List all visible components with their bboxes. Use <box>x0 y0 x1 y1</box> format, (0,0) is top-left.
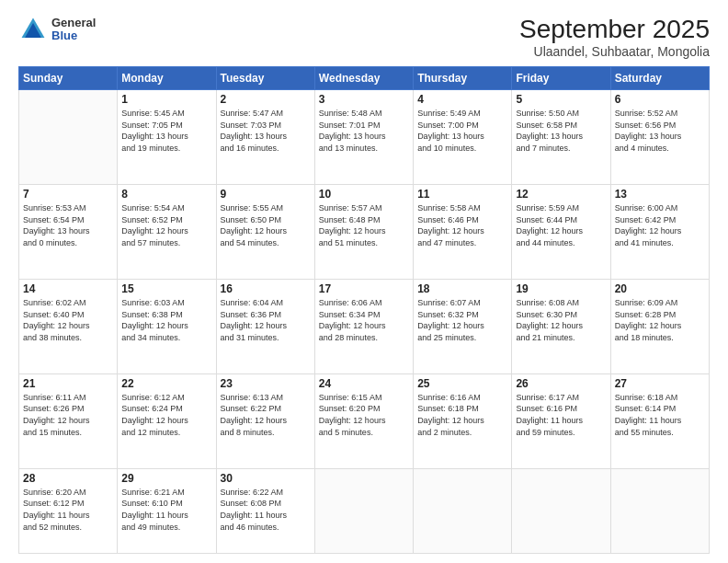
day-number: 9 <box>221 188 311 201</box>
day-number: 29 <box>121 472 211 485</box>
calendar-cell: 10Sunrise: 5:57 AMSunset: 6:48 PMDayligh… <box>314 184 413 279</box>
calendar-cell: 23Sunrise: 6:13 AMSunset: 6:22 PMDayligh… <box>216 373 314 468</box>
day-info: Sunrise: 5:54 AMSunset: 6:52 PMDaylight:… <box>121 202 211 248</box>
title-block: September 2025 Ulaandel, Suhbaatar, Mong… <box>519 15 710 59</box>
calendar-cell: 12Sunrise: 5:59 AMSunset: 6:44 PMDayligh… <box>512 184 610 279</box>
calendar-cell: 28Sunrise: 6:20 AMSunset: 6:12 PMDayligh… <box>19 468 118 553</box>
calendar-cell: 19Sunrise: 6:08 AMSunset: 6:30 PMDayligh… <box>512 279 610 373</box>
calendar-week-row: 1Sunrise: 5:45 AMSunset: 7:05 PMDaylight… <box>19 90 710 185</box>
page-title: September 2025 <box>519 15 710 44</box>
calendar-header-wednesday: Wednesday <box>314 67 413 90</box>
calendar-cell: 1Sunrise: 5:45 AMSunset: 7:05 PMDaylight… <box>118 90 216 185</box>
day-number: 14 <box>23 282 113 295</box>
calendar-cell: 30Sunrise: 6:22 AMSunset: 6:08 PMDayligh… <box>216 468 314 553</box>
day-number: 23 <box>221 377 311 390</box>
day-number: 16 <box>221 282 311 295</box>
day-number: 2 <box>221 93 311 106</box>
day-info: Sunrise: 5:53 AMSunset: 6:54 PMDaylight:… <box>23 202 113 248</box>
day-number: 20 <box>615 282 705 295</box>
calendar-cell: 18Sunrise: 6:07 AMSunset: 6:32 PMDayligh… <box>414 279 512 373</box>
calendar-cell: 25Sunrise: 6:16 AMSunset: 6:18 PMDayligh… <box>414 373 512 468</box>
day-info: Sunrise: 6:15 AMSunset: 6:20 PMDaylight:… <box>319 392 409 438</box>
calendar-cell <box>19 90 118 185</box>
calendar-table: SundayMondayTuesdayWednesdayThursdayFrid… <box>18 66 710 554</box>
calendar-week-row: 21Sunrise: 6:11 AMSunset: 6:26 PMDayligh… <box>19 373 710 468</box>
day-number: 28 <box>23 472 113 485</box>
calendar-cell: 29Sunrise: 6:21 AMSunset: 6:10 PMDayligh… <box>118 468 216 553</box>
calendar-week-row: 14Sunrise: 6:02 AMSunset: 6:40 PMDayligh… <box>19 279 710 373</box>
calendar-week-row: 7Sunrise: 5:53 AMSunset: 6:54 PMDaylight… <box>19 184 710 279</box>
day-number: 12 <box>516 188 606 201</box>
calendar-cell: 13Sunrise: 6:00 AMSunset: 6:42 PMDayligh… <box>610 184 709 279</box>
calendar-header-sunday: Sunday <box>19 67 118 90</box>
day-number: 21 <box>23 377 113 390</box>
day-info: Sunrise: 6:09 AMSunset: 6:28 PMDaylight:… <box>615 297 705 343</box>
calendar-cell: 27Sunrise: 6:18 AMSunset: 6:14 PMDayligh… <box>610 373 709 468</box>
header: General Blue September 2025 Ulaandel, Su… <box>18 15 710 59</box>
calendar-cell: 20Sunrise: 6:09 AMSunset: 6:28 PMDayligh… <box>610 279 709 373</box>
logo-icon <box>18 15 48 44</box>
calendar-cell: 5Sunrise: 5:50 AMSunset: 6:58 PMDaylight… <box>512 90 610 185</box>
day-info: Sunrise: 5:55 AMSunset: 6:50 PMDaylight:… <box>221 202 311 248</box>
day-info: Sunrise: 5:45 AMSunset: 7:05 PMDaylight:… <box>121 108 211 154</box>
calendar-cell: 21Sunrise: 6:11 AMSunset: 6:26 PMDayligh… <box>19 373 118 468</box>
calendar-cell: 3Sunrise: 5:48 AMSunset: 7:01 PMDaylight… <box>314 90 413 185</box>
day-info: Sunrise: 6:12 AMSunset: 6:24 PMDaylight:… <box>121 392 211 438</box>
calendar-header-row: SundayMondayTuesdayWednesdayThursdayFrid… <box>19 67 710 90</box>
day-number: 7 <box>23 188 113 201</box>
day-number: 8 <box>121 188 211 201</box>
calendar-cell <box>512 468 610 553</box>
day-info: Sunrise: 5:50 AMSunset: 6:58 PMDaylight:… <box>516 108 606 154</box>
day-number: 26 <box>516 377 606 390</box>
calendar-header-tuesday: Tuesday <box>216 67 314 90</box>
calendar-header-monday: Monday <box>118 67 216 90</box>
calendar-cell: 17Sunrise: 6:06 AMSunset: 6:34 PMDayligh… <box>314 279 413 373</box>
logo-blue: Blue <box>51 29 96 42</box>
calendar-cell: 15Sunrise: 6:03 AMSunset: 6:38 PMDayligh… <box>118 279 216 373</box>
day-info: Sunrise: 6:03 AMSunset: 6:38 PMDaylight:… <box>121 297 211 343</box>
day-info: Sunrise: 6:20 AMSunset: 6:12 PMDaylight:… <box>23 487 113 533</box>
day-number: 13 <box>615 188 705 201</box>
day-info: Sunrise: 6:02 AMSunset: 6:40 PMDaylight:… <box>23 297 113 343</box>
day-info: Sunrise: 6:18 AMSunset: 6:14 PMDaylight:… <box>615 392 705 438</box>
day-number: 27 <box>615 377 705 390</box>
day-number: 17 <box>319 282 409 295</box>
logo: General Blue <box>18 15 96 44</box>
day-number: 15 <box>121 282 211 295</box>
day-info: Sunrise: 6:22 AMSunset: 6:08 PMDaylight:… <box>221 487 311 533</box>
day-info: Sunrise: 6:13 AMSunset: 6:22 PMDaylight:… <box>221 392 311 438</box>
day-info: Sunrise: 5:57 AMSunset: 6:48 PMDaylight:… <box>319 202 409 248</box>
day-number: 24 <box>319 377 409 390</box>
day-info: Sunrise: 5:49 AMSunset: 7:00 PMDaylight:… <box>417 108 507 154</box>
day-info: Sunrise: 6:07 AMSunset: 6:32 PMDaylight:… <box>417 297 507 343</box>
day-number: 25 <box>417 377 507 390</box>
calendar-cell: 2Sunrise: 5:47 AMSunset: 7:03 PMDaylight… <box>216 90 314 185</box>
logo-general: General <box>51 17 96 29</box>
calendar-cell: 7Sunrise: 5:53 AMSunset: 6:54 PMDaylight… <box>19 184 118 279</box>
calendar-cell: 9Sunrise: 5:55 AMSunset: 6:50 PMDaylight… <box>216 184 314 279</box>
day-number: 6 <box>615 93 705 106</box>
logo-text: General Blue <box>51 17 96 43</box>
day-info: Sunrise: 6:06 AMSunset: 6:34 PMDaylight:… <box>319 297 409 343</box>
page: General Blue September 2025 Ulaandel, Su… <box>0 0 728 563</box>
calendar-header-friday: Friday <box>512 67 610 90</box>
calendar-header-saturday: Saturday <box>610 67 709 90</box>
calendar-cell: 8Sunrise: 5:54 AMSunset: 6:52 PMDaylight… <box>118 184 216 279</box>
day-info: Sunrise: 5:52 AMSunset: 6:56 PMDaylight:… <box>615 108 705 154</box>
calendar-cell: 26Sunrise: 6:17 AMSunset: 6:16 PMDayligh… <box>512 373 610 468</box>
calendar-cell <box>314 468 413 553</box>
calendar-cell <box>414 468 512 553</box>
day-info: Sunrise: 5:47 AMSunset: 7:03 PMDaylight:… <box>221 108 311 154</box>
day-number: 10 <box>319 188 409 201</box>
day-number: 1 <box>121 93 211 106</box>
day-info: Sunrise: 6:00 AMSunset: 6:42 PMDaylight:… <box>615 202 705 248</box>
day-info: Sunrise: 6:21 AMSunset: 6:10 PMDaylight:… <box>121 487 211 533</box>
calendar-cell <box>610 468 709 553</box>
day-info: Sunrise: 6:17 AMSunset: 6:16 PMDaylight:… <box>516 392 606 438</box>
day-number: 18 <box>417 282 507 295</box>
day-number: 11 <box>417 188 507 201</box>
day-info: Sunrise: 5:48 AMSunset: 7:01 PMDaylight:… <box>319 108 409 154</box>
day-number: 5 <box>516 93 606 106</box>
calendar-header-thursday: Thursday <box>414 67 512 90</box>
day-info: Sunrise: 5:58 AMSunset: 6:46 PMDaylight:… <box>417 202 507 248</box>
